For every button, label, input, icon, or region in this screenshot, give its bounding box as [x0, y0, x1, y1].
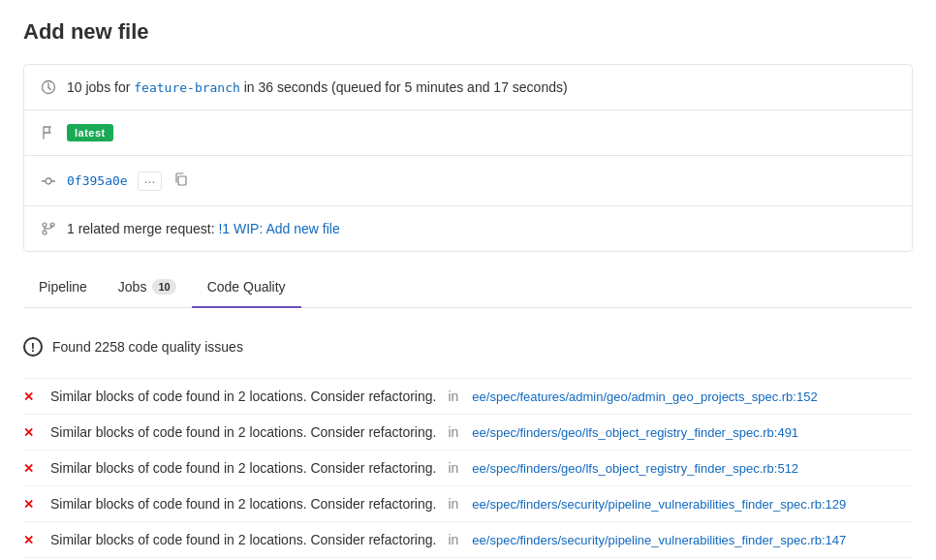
- issue-row: ✕ Similar blocks of code found in 2 loca…: [23, 450, 913, 485]
- commit-row: 0f395a0e ···: [24, 156, 912, 206]
- issue-row: ✕ Similar blocks of code found in 2 loca…: [23, 378, 913, 414]
- svg-point-3: [46, 178, 51, 184]
- error-icon: ✕: [23, 497, 39, 512]
- svg-point-7: [43, 223, 47, 227]
- issue-row: ✕ Similar blocks of code found in 2 loca…: [23, 521, 913, 557]
- error-icon: ✕: [23, 389, 39, 404]
- tab-pipeline-label: Pipeline: [39, 279, 87, 295]
- svg-point-9: [43, 231, 47, 234]
- svg-line-2: [48, 88, 51, 90]
- merge-request-link[interactable]: !1 WIP: Add new file: [218, 221, 339, 236]
- tab-jobs[interactable]: Jobs 10: [103, 267, 192, 308]
- jobs-text: 10 jobs for feature-branch in 36 seconds…: [67, 79, 568, 95]
- branch-link[interactable]: feature-branch: [134, 80, 240, 95]
- tab-code-quality-label: Code Quality: [207, 279, 286, 295]
- issues-list: ✕ Similar blocks of code found in 2 loca…: [23, 378, 913, 560]
- in-label: in: [448, 496, 458, 512]
- flag-icon: [40, 124, 57, 141]
- issue-description: Similar blocks of code found in 2 locati…: [50, 424, 436, 440]
- issue-row: ✕ Similar blocks of code found in 2 loca…: [23, 414, 913, 450]
- tab-pipeline[interactable]: Pipeline: [23, 267, 103, 308]
- svg-rect-6: [178, 176, 186, 185]
- commit-more-button[interactable]: ···: [138, 171, 163, 191]
- tab-code-quality[interactable]: Code Quality: [192, 267, 301, 308]
- merge-request-text: 1 related merge request: !1 WIP: Add new…: [67, 221, 340, 236]
- in-label: in: [448, 389, 458, 404]
- error-icon: ✕: [23, 533, 39, 547]
- issue-description: Similar blocks of code found in 2 locati…: [50, 496, 436, 512]
- issue-file-link[interactable]: ee/spec/features/admin/geo/admin_geo_pro…: [472, 389, 817, 404]
- quality-alert: ! Found 2258 code quality issues: [23, 324, 913, 370]
- alert-icon: !: [23, 337, 43, 357]
- error-icon: ✕: [23, 461, 39, 476]
- in-label: in: [448, 460, 458, 476]
- code-quality-panel: ! Found 2258 code quality issues ✕ Simil…: [23, 324, 913, 560]
- issue-file-link[interactable]: ee/spec/finders/security/pipeline_vulner…: [472, 497, 846, 512]
- copy-commit-button[interactable]: [172, 170, 191, 192]
- issue-file-link[interactable]: ee/spec/finders/geo/lfs_object_registry_…: [472, 425, 798, 440]
- issue-file-link[interactable]: ee/spec/finders/security/pipeline_vulner…: [472, 533, 846, 547]
- merge-icon: [40, 220, 57, 237]
- commit-hash-link[interactable]: 0f395a0e: [67, 173, 128, 188]
- commit-icon: [40, 172, 57, 190]
- alert-text: Found 2258 code quality issues: [52, 339, 243, 355]
- clock-icon: [40, 78, 57, 96]
- latest-badge: latest: [67, 124, 113, 141]
- issue-description: Similar blocks of code found in 2 locati…: [50, 532, 436, 547]
- issue-file-link[interactable]: ee/spec/finders/geo/lfs_object_registry_…: [472, 461, 798, 476]
- tabs-nav: Pipeline Jobs 10 Code Quality: [23, 267, 913, 308]
- jobs-info-row: 10 jobs for feature-branch in 36 seconds…: [24, 65, 912, 110]
- pipeline-info-section: 10 jobs for feature-branch in 36 seconds…: [23, 64, 913, 252]
- tab-jobs-badge: 10: [152, 279, 175, 295]
- in-label: in: [448, 424, 458, 440]
- tab-jobs-label: Jobs: [118, 279, 147, 295]
- in-label: in: [448, 532, 458, 547]
- issue-description: Similar blocks of code found in 2 locati…: [50, 460, 436, 476]
- issue-row: ✕ Similar blocks of code found in 2 loca…: [23, 485, 913, 521]
- page-title: Add new file: [23, 19, 913, 45]
- error-icon: ✕: [23, 425, 39, 440]
- issue-description: Similar blocks of code found in 2 locati…: [50, 389, 436, 404]
- badge-row: latest: [24, 110, 912, 156]
- merge-request-row: 1 related merge request: !1 WIP: Add new…: [24, 206, 912, 251]
